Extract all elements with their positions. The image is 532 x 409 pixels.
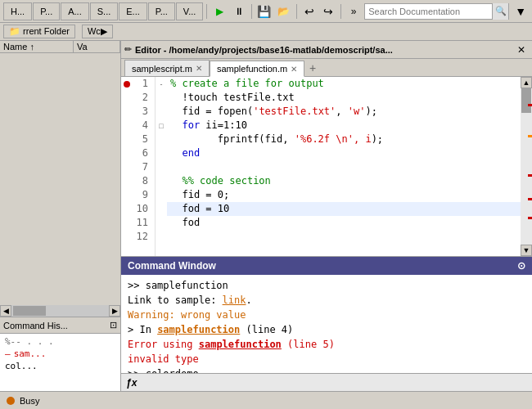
fold-9: [156, 188, 167, 202]
toolbar-sep3: [296, 4, 297, 19]
fold-10: [156, 202, 167, 216]
undo-icon: ↩: [304, 5, 314, 18]
open-button[interactable]: 📂: [275, 2, 293, 20]
scroll-track[interactable]: [11, 305, 109, 317]
toolbar-tabs: H... P... A... S... E... P... V...: [3, 2, 203, 20]
cmd-history-list: %-- . . . sam... col...: [0, 334, 120, 391]
filter-icon: ▼: [515, 5, 526, 18]
toolbar-sep4: [340, 4, 341, 19]
scroll-down-button[interactable]: ▼: [521, 245, 532, 256]
cw-line-7: >> colordemo: [128, 366, 525, 373]
code-line-5: fprintf(fid, '%6.2f \n', i);: [167, 133, 521, 146]
line-numbers: 1 2 3 4 5 6 7 8 9 10 11 12: [133, 77, 156, 256]
bp-9[interactable]: [121, 188, 133, 202]
marker-5: [528, 217, 532, 219]
cmd-history-collapse-icon[interactable]: ⊡: [110, 320, 117, 330]
bp-11[interactable]: [121, 216, 133, 230]
run-button[interactable]: ▶: [210, 2, 228, 20]
editor-vertical-scrollbar: ▲ ▼: [521, 77, 532, 256]
list-item[interactable]: col...: [5, 360, 115, 372]
tab-samplescript[interactable]: samplescript.m ✕: [124, 60, 210, 76]
add-tab-button[interactable]: +: [304, 60, 321, 76]
editor-close-button[interactable]: ✕: [514, 44, 529, 56]
value-column-header[interactable]: Va: [74, 41, 120, 52]
cw-line-2: Link to sample: link.: [128, 293, 525, 308]
sample-link[interactable]: link: [223, 294, 246, 306]
search-box: 🔍: [364, 3, 509, 20]
editor-tabs: samplescript.m ✕ samplefunction.m ✕ +: [121, 59, 532, 77]
command-window-content[interactable]: >> samplefunction Link to sample: link. …: [121, 275, 532, 373]
marker-2: [528, 135, 532, 137]
line-num-3: 3: [136, 105, 151, 119]
toolbar-tab-h[interactable]: H...: [3, 2, 32, 20]
plus-icon: +: [309, 61, 316, 74]
bp-4[interactable]: [121, 119, 133, 133]
tab-close-samplefunction[interactable]: ✕: [291, 65, 297, 74]
open-icon: 📂: [277, 6, 290, 17]
cw-line-5: Error using samplefunction (line 5): [128, 337, 525, 352]
toolbar-tab-p[interactable]: P...: [33, 2, 60, 20]
scroll-up-button[interactable]: ▲: [521, 77, 532, 88]
fold-7: [156, 160, 167, 174]
toolbar-tab-p2[interactable]: P...: [148, 2, 175, 20]
line-num-6: 6: [136, 146, 151, 160]
save-button[interactable]: 💾: [255, 2, 273, 20]
code-editor[interactable]: % create a file for output !touch testFi…: [167, 77, 521, 256]
search-button[interactable]: 🔍: [492, 3, 508, 20]
more-button[interactable]: »: [345, 2, 363, 20]
breadcrumb-bar: 📁 rrent Folder Wc▶: [0, 23, 532, 41]
undo-button[interactable]: ↩: [300, 2, 318, 20]
bp-5[interactable]: [121, 133, 133, 146]
scroll-left-button[interactable]: ◀: [0, 305, 11, 317]
scroll-thumb[interactable]: [521, 88, 531, 113]
fold-11: [156, 216, 167, 230]
scroll-right-button[interactable]: ▶: [109, 305, 120, 317]
status-text: Busy: [20, 396, 39, 406]
list-item[interactable]: sam...: [5, 348, 115, 360]
toolbar-tab-s[interactable]: S...: [90, 2, 119, 20]
code-line-8: %% code section: [167, 174, 521, 188]
name-column-header[interactable]: Name ↑: [0, 41, 74, 52]
toolbar-tab-a[interactable]: A...: [61, 2, 89, 20]
fx-symbol: ƒx: [126, 377, 137, 389]
line-num-9: 9: [136, 188, 151, 202]
scroll-thumb[interactable]: [13, 306, 46, 316]
workspace-button[interactable]: Wc▶: [82, 25, 113, 38]
line-num-7: 7: [136, 160, 151, 174]
redo-button[interactable]: ↪: [319, 2, 337, 20]
command-window-collapse-icon[interactable]: ⊙: [517, 260, 525, 272]
bp-7[interactable]: [121, 160, 133, 174]
samplefunction-link-2[interactable]: samplefunction: [199, 339, 282, 350]
filter-button[interactable]: ▼: [512, 3, 529, 20]
bp-6[interactable]: [121, 146, 133, 160]
code-line-2: !touch testFile.txt: [167, 91, 521, 105]
code-line-6: end: [167, 146, 521, 160]
bp-2[interactable]: [121, 91, 133, 105]
tab-samplefunction[interactable]: samplefunction.m ✕: [210, 61, 304, 77]
breadcrumb-button[interactable]: 📁 rrent Folder: [3, 25, 75, 38]
pause-button[interactable]: ⏸: [230, 2, 248, 20]
bp-12[interactable]: [121, 230, 133, 244]
bp-10[interactable]: [121, 202, 133, 216]
bp-8[interactable]: [121, 174, 133, 188]
toolbar-tab-v[interactable]: V...: [176, 2, 204, 20]
fold-5: [156, 133, 167, 146]
bp-1[interactable]: [121, 77, 133, 91]
command-window-title: Command Window: [128, 260, 216, 272]
pencil-icon: ✏: [124, 44, 132, 55]
editor-content: 1 2 3 4 5 6 7 8 9 10 11 12 -: [121, 77, 532, 391]
samplefunction-link-1[interactable]: samplefunction: [157, 324, 240, 335]
line-num-11: 11: [136, 216, 151, 230]
scroll-track[interactable]: [521, 88, 532, 245]
fold-2: [156, 91, 167, 105]
horizontal-scrollbar[interactable]: ◀ ▶: [0, 305, 120, 317]
pause-icon: ⏸: [234, 6, 244, 17]
tab-close-samplescript[interactable]: ✕: [196, 64, 202, 73]
search-input[interactable]: [365, 7, 492, 16]
chevron-right-icon: »: [351, 6, 357, 17]
bp-3[interactable]: [121, 105, 133, 119]
fold-4[interactable]: □: [156, 119, 167, 133]
toolbar-tab-e[interactable]: E...: [119, 2, 147, 20]
line-num-1: 1: [136, 77, 151, 91]
fold-3: [156, 105, 167, 119]
